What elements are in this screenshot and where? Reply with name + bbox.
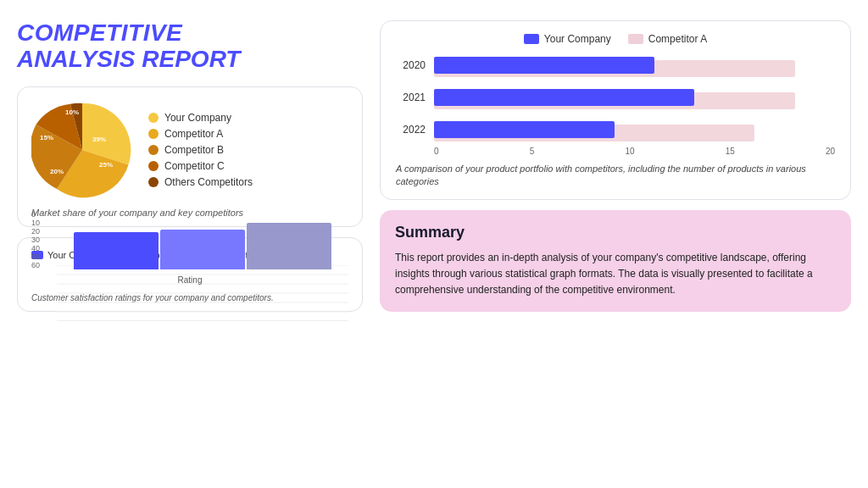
hbar-x-axis: 0 5 10 15 20 <box>396 147 835 156</box>
svg-text:20%: 20% <box>50 168 64 175</box>
hbar-year-2021: 2021 <box>396 92 426 103</box>
bar-chart-card: Your Company Competitor A Competitor B 6… <box>17 237 363 313</box>
hbar-caption: A comparison of your product portfolio w… <box>396 163 835 189</box>
svg-text:15%: 15% <box>40 134 53 141</box>
hbar-legend-label-competitor-a: Competitor A <box>648 33 707 45</box>
title-line1: COMPETITIVE <box>17 20 363 47</box>
title-section: COMPETITIVE ANALYSIS REPORT <box>17 20 363 76</box>
hbar-row-2020: 2020 <box>396 53 835 77</box>
hbar-legend-box-your-company <box>524 34 539 44</box>
hbar-bars-2021 <box>434 86 835 109</box>
legend-label-competitor-a: Competitor A <box>164 128 223 140</box>
pie-legend: Your Company Competitor A Competitor B C… <box>148 112 253 188</box>
bar-competitor-a <box>160 230 245 269</box>
pie-chart-card: 39% 25% 20% 15% 10% Your Company Competi <box>17 86 363 227</box>
hbar-x-labels: 0 5 10 15 20 <box>434 147 835 156</box>
svg-text:10%: 10% <box>65 108 79 116</box>
legend-label-competitor-c: Competitor C <box>164 160 225 172</box>
title-line2: ANALYSIS REPORT <box>17 47 363 73</box>
hbar-bars-2020 <box>434 53 835 77</box>
hbar-row-2022: 2022 <box>396 118 835 141</box>
page: COMPETITIVE ANALYSIS REPORT <box>0 0 868 488</box>
legend-label-others: Others Competitors <box>164 176 253 188</box>
pie-content: 39% 25% 20% 15% 10% Your Company Competi <box>31 99 348 201</box>
hbar-year-2020: 2020 <box>396 59 426 71</box>
hbar-legend-box-competitor-a <box>628 34 643 44</box>
summary-card: Summary This report provides an in-depth… <box>380 210 851 313</box>
legend-item-competitor-c: Competitor C <box>148 160 253 172</box>
hbar-legend-competitor-a: Competitor A <box>628 33 707 45</box>
bar-x-label: Rating <box>178 275 203 285</box>
bar-chart-area: 60 50 40 30 20 10 0 <box>31 265 348 291</box>
legend-dot-your-company <box>148 113 159 123</box>
legend-dot-competitor-c <box>148 161 159 171</box>
legend-item-competitor-b: Competitor B <box>148 144 253 156</box>
right-column: Your Company Competitor A 2020 <box>373 20 851 312</box>
legend-item-others: Others Competitors <box>148 176 253 188</box>
pie-chart: 39% 25% 20% 15% 10% <box>31 99 133 201</box>
legend-item-competitor-a: Competitor A <box>148 128 253 140</box>
hbar-row-2021: 2021 <box>396 86 835 109</box>
svg-text:39%: 39% <box>92 136 106 143</box>
legend-label-competitor-b: Competitor B <box>164 144 224 156</box>
hbar-blue-2021 <box>434 89 694 106</box>
bar-y-labels: 60 50 40 30 20 10 0 <box>31 265 40 270</box>
hbar-year-2022: 2022 <box>396 124 426 136</box>
bar-competitor-b <box>247 223 331 269</box>
legend-item-your-company: Your Company <box>148 112 253 124</box>
hbar-blue-2020 <box>434 57 654 74</box>
hbar-legend: Your Company Competitor A <box>396 33 835 45</box>
summary-text: This report provides an in-depth analysi… <box>395 250 836 299</box>
summary-title: Summary <box>395 224 836 241</box>
legend-label-your-company: Your Company <box>164 112 231 124</box>
bar-your-company <box>74 232 159 269</box>
hbar-bars-2022 <box>434 118 835 141</box>
hbar-legend-label-your-company: Your Company <box>544 33 611 45</box>
bar-group-1 <box>74 223 331 269</box>
legend-dot-others <box>148 177 159 187</box>
pie-caption: Market share of your company and key com… <box>31 208 348 218</box>
hbar-rows: 2020 2021 2022 <box>396 53 835 141</box>
hbar-chart-card: Your Company Competitor A 2020 <box>380 20 851 200</box>
svg-text:25%: 25% <box>99 161 113 169</box>
legend-dot-competitor-a <box>148 129 159 139</box>
hbar-legend-your-company: Your Company <box>524 33 611 45</box>
left-column: COMPETITIVE ANALYSIS REPORT <box>17 20 373 312</box>
legend-dot-competitor-b <box>148 145 159 155</box>
hbar-blue-2022 <box>434 121 615 138</box>
